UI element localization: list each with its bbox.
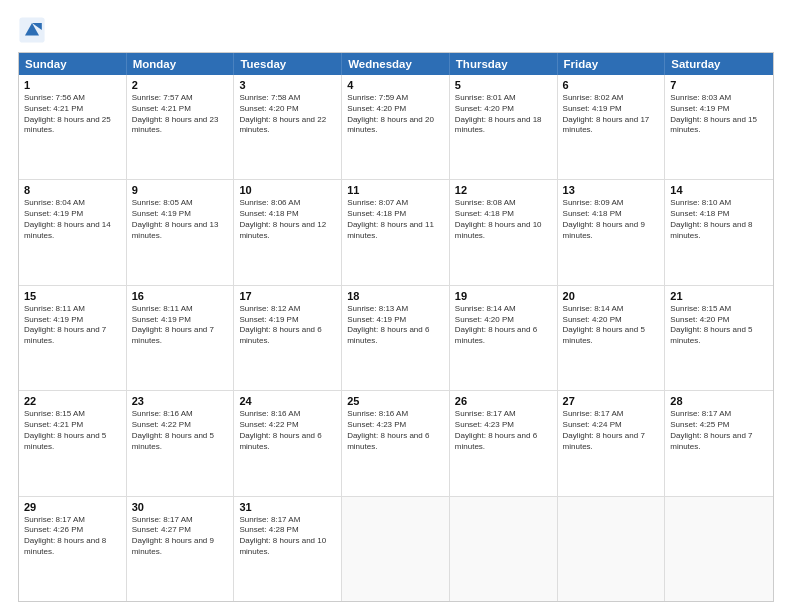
calendar-cell-3: 3Sunrise: 7:58 AMSunset: 4:20 PMDaylight… (234, 75, 342, 179)
calendar-cell-10: 10Sunrise: 8:06 AMSunset: 4:18 PMDayligh… (234, 180, 342, 284)
header-day-wednesday: Wednesday (342, 53, 450, 75)
calendar-cell-20: 20Sunrise: 8:14 AMSunset: 4:20 PMDayligh… (558, 286, 666, 390)
calendar-cell-empty (342, 497, 450, 601)
cell-info: Sunrise: 8:03 AMSunset: 4:19 PMDaylight:… (670, 93, 768, 136)
day-number: 24 (239, 395, 336, 407)
day-number: 4 (347, 79, 444, 91)
cell-info: Sunrise: 8:14 AMSunset: 4:20 PMDaylight:… (563, 304, 660, 347)
day-number: 7 (670, 79, 768, 91)
day-number: 15 (24, 290, 121, 302)
cell-info: Sunrise: 8:01 AMSunset: 4:20 PMDaylight:… (455, 93, 552, 136)
day-number: 25 (347, 395, 444, 407)
calendar-cell-13: 13Sunrise: 8:09 AMSunset: 4:18 PMDayligh… (558, 180, 666, 284)
day-number: 17 (239, 290, 336, 302)
cell-info: Sunrise: 8:12 AMSunset: 4:19 PMDaylight:… (239, 304, 336, 347)
calendar-cell-22: 22Sunrise: 8:15 AMSunset: 4:21 PMDayligh… (19, 391, 127, 495)
header-day-sunday: Sunday (19, 53, 127, 75)
cell-info: Sunrise: 7:56 AMSunset: 4:21 PMDaylight:… (24, 93, 121, 136)
header-day-thursday: Thursday (450, 53, 558, 75)
calendar-cell-empty (558, 497, 666, 601)
header-day-saturday: Saturday (665, 53, 773, 75)
day-number: 19 (455, 290, 552, 302)
day-number: 12 (455, 184, 552, 196)
calendar-cell-5: 5Sunrise: 8:01 AMSunset: 4:20 PMDaylight… (450, 75, 558, 179)
day-number: 21 (670, 290, 768, 302)
cell-info: Sunrise: 8:16 AMSunset: 4:22 PMDaylight:… (132, 409, 229, 452)
cell-info: Sunrise: 8:04 AMSunset: 4:19 PMDaylight:… (24, 198, 121, 241)
cell-info: Sunrise: 8:10 AMSunset: 4:18 PMDaylight:… (670, 198, 768, 241)
day-number: 22 (24, 395, 121, 407)
calendar-row-5: 29Sunrise: 8:17 AMSunset: 4:26 PMDayligh… (19, 497, 773, 601)
cell-info: Sunrise: 8:15 AMSunset: 4:21 PMDaylight:… (24, 409, 121, 452)
cell-info: Sunrise: 8:07 AMSunset: 4:18 PMDaylight:… (347, 198, 444, 241)
cell-info: Sunrise: 8:09 AMSunset: 4:18 PMDaylight:… (563, 198, 660, 241)
header-day-monday: Monday (127, 53, 235, 75)
calendar-cell-28: 28Sunrise: 8:17 AMSunset: 4:25 PMDayligh… (665, 391, 773, 495)
day-number: 5 (455, 79, 552, 91)
calendar-body: 1Sunrise: 7:56 AMSunset: 4:21 PMDaylight… (19, 75, 773, 601)
day-number: 6 (563, 79, 660, 91)
header-day-friday: Friday (558, 53, 666, 75)
day-number: 26 (455, 395, 552, 407)
calendar-row-1: 1Sunrise: 7:56 AMSunset: 4:21 PMDaylight… (19, 75, 773, 180)
calendar-cell-18: 18Sunrise: 8:13 AMSunset: 4:19 PMDayligh… (342, 286, 450, 390)
calendar-cell-empty (450, 497, 558, 601)
calendar-cell-11: 11Sunrise: 8:07 AMSunset: 4:18 PMDayligh… (342, 180, 450, 284)
day-number: 28 (670, 395, 768, 407)
calendar-cell-21: 21Sunrise: 8:15 AMSunset: 4:20 PMDayligh… (665, 286, 773, 390)
calendar-cell-31: 31Sunrise: 8:17 AMSunset: 4:28 PMDayligh… (234, 497, 342, 601)
day-number: 29 (24, 501, 121, 513)
day-number: 30 (132, 501, 229, 513)
day-number: 10 (239, 184, 336, 196)
cell-info: Sunrise: 8:16 AMSunset: 4:23 PMDaylight:… (347, 409, 444, 452)
cell-info: Sunrise: 8:11 AMSunset: 4:19 PMDaylight:… (132, 304, 229, 347)
day-number: 20 (563, 290, 660, 302)
day-number: 27 (563, 395, 660, 407)
day-number: 1 (24, 79, 121, 91)
day-number: 9 (132, 184, 229, 196)
logo (18, 16, 50, 44)
logo-icon (18, 16, 46, 44)
calendar-cell-empty (665, 497, 773, 601)
cell-info: Sunrise: 8:11 AMSunset: 4:19 PMDaylight:… (24, 304, 121, 347)
cell-info: Sunrise: 8:13 AMSunset: 4:19 PMDaylight:… (347, 304, 444, 347)
day-number: 23 (132, 395, 229, 407)
day-number: 8 (24, 184, 121, 196)
cell-info: Sunrise: 7:57 AMSunset: 4:21 PMDaylight:… (132, 93, 229, 136)
calendar-header: SundayMondayTuesdayWednesdayThursdayFrid… (19, 53, 773, 75)
calendar-cell-17: 17Sunrise: 8:12 AMSunset: 4:19 PMDayligh… (234, 286, 342, 390)
day-number: 14 (670, 184, 768, 196)
day-number: 31 (239, 501, 336, 513)
header-day-tuesday: Tuesday (234, 53, 342, 75)
calendar-cell-16: 16Sunrise: 8:11 AMSunset: 4:19 PMDayligh… (127, 286, 235, 390)
day-number: 18 (347, 290, 444, 302)
day-number: 16 (132, 290, 229, 302)
calendar-cell-23: 23Sunrise: 8:16 AMSunset: 4:22 PMDayligh… (127, 391, 235, 495)
calendar-cell-14: 14Sunrise: 8:10 AMSunset: 4:18 PMDayligh… (665, 180, 773, 284)
calendar-cell-24: 24Sunrise: 8:16 AMSunset: 4:22 PMDayligh… (234, 391, 342, 495)
calendar-cell-15: 15Sunrise: 8:11 AMSunset: 4:19 PMDayligh… (19, 286, 127, 390)
calendar-cell-25: 25Sunrise: 8:16 AMSunset: 4:23 PMDayligh… (342, 391, 450, 495)
calendar-row-2: 8Sunrise: 8:04 AMSunset: 4:19 PMDaylight… (19, 180, 773, 285)
calendar-cell-6: 6Sunrise: 8:02 AMSunset: 4:19 PMDaylight… (558, 75, 666, 179)
day-number: 11 (347, 184, 444, 196)
cell-info: Sunrise: 8:17 AMSunset: 4:23 PMDaylight:… (455, 409, 552, 452)
cell-info: Sunrise: 8:02 AMSunset: 4:19 PMDaylight:… (563, 93, 660, 136)
cell-info: Sunrise: 8:17 AMSunset: 4:25 PMDaylight:… (670, 409, 768, 452)
cell-info: Sunrise: 8:06 AMSunset: 4:18 PMDaylight:… (239, 198, 336, 241)
calendar-cell-4: 4Sunrise: 7:59 AMSunset: 4:20 PMDaylight… (342, 75, 450, 179)
page: SundayMondayTuesdayWednesdayThursdayFrid… (0, 0, 792, 612)
cell-info: Sunrise: 8:16 AMSunset: 4:22 PMDaylight:… (239, 409, 336, 452)
cell-info: Sunrise: 8:17 AMSunset: 4:26 PMDaylight:… (24, 515, 121, 558)
calendar-cell-27: 27Sunrise: 8:17 AMSunset: 4:24 PMDayligh… (558, 391, 666, 495)
cell-info: Sunrise: 8:05 AMSunset: 4:19 PMDaylight:… (132, 198, 229, 241)
cell-info: Sunrise: 8:14 AMSunset: 4:20 PMDaylight:… (455, 304, 552, 347)
calendar-cell-9: 9Sunrise: 8:05 AMSunset: 4:19 PMDaylight… (127, 180, 235, 284)
header (18, 16, 774, 44)
calendar-row-3: 15Sunrise: 8:11 AMSunset: 4:19 PMDayligh… (19, 286, 773, 391)
cell-info: Sunrise: 8:15 AMSunset: 4:20 PMDaylight:… (670, 304, 768, 347)
calendar-cell-2: 2Sunrise: 7:57 AMSunset: 4:21 PMDaylight… (127, 75, 235, 179)
cell-info: Sunrise: 7:59 AMSunset: 4:20 PMDaylight:… (347, 93, 444, 136)
day-number: 3 (239, 79, 336, 91)
cell-info: Sunrise: 8:17 AMSunset: 4:28 PMDaylight:… (239, 515, 336, 558)
